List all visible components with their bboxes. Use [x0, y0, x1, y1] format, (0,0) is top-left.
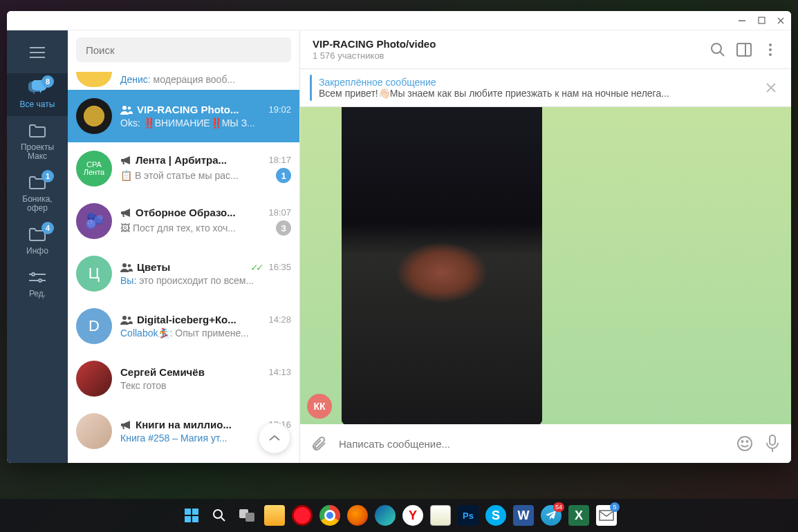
svg-rect-20 [185, 516, 191, 522]
svg-point-11 [769, 44, 772, 46]
attach-button[interactable] [310, 435, 328, 453]
start-button[interactable] [181, 505, 202, 526]
pinned-message[interactable]: Закреплённое сообщение Всем привет!👋🏻Мы … [300, 69, 791, 107]
group-icon [120, 314, 133, 325]
opera-icon[interactable] [292, 505, 313, 526]
unread-badge: 3 [276, 220, 291, 236]
svg-point-6 [128, 264, 131, 267]
svg-point-2 [39, 279, 41, 282]
firefox-icon[interactable] [347, 505, 368, 526]
chat-item[interactable]: CPAЛента Лента | Арбитра... 18:17 📋 В эт… [68, 142, 299, 195]
chat-time: 14:28 [268, 314, 291, 325]
group-icon [120, 104, 133, 115]
search-input[interactable] [76, 37, 291, 62]
edge-icon[interactable] [375, 505, 396, 526]
sender-avatar[interactable]: КК [307, 394, 332, 419]
chat-preview: 🖼 Пост для тех, кто хоч... [120, 222, 272, 234]
chat-time: 18:07 [268, 207, 291, 218]
chat-list: Денис: модерация вооб.... V.I.P. VIP-RAC… [68, 30, 300, 463]
chat-title: Лента | Арбитра... [120, 154, 264, 166]
video-message[interactable] [342, 107, 542, 424]
desktop: 8 Все чаты Проекты Макс 1 Боника, офер 4… [0, 0, 798, 532]
svg-rect-21 [192, 516, 198, 522]
telegram-window: 8 Все чаты Проекты Макс 1 Боника, офер 4… [7, 11, 791, 463]
chat-preview: Текс готов [120, 380, 291, 391]
video-thumbnail [342, 107, 542, 424]
svg-point-5 [122, 263, 127, 267]
rail-all-chats[interactable]: 8 Все чаты [7, 73, 68, 116]
chat-preview: Вы: это происходит по всем... [120, 275, 291, 286]
chat-time: 18:17 [268, 155, 291, 165]
rail-bonika[interactable]: 1 Боника, офер [7, 168, 68, 220]
rail-label: Проекты Макс [21, 143, 54, 161]
svg-rect-18 [185, 509, 191, 515]
svg-rect-25 [600, 511, 613, 520]
more-menu-button[interactable] [762, 41, 779, 58]
chats-scroll[interactable]: Денис: модерация вооб.... V.I.P. VIP-RAC… [68, 69, 299, 463]
chat-preview: Денис: модерация вооб... [120, 74, 272, 85]
svg-rect-17 [770, 435, 775, 445]
chat-header-title: VIP-RACING Photo/video [313, 38, 700, 50]
rail-label: Все чаты [20, 100, 55, 109]
avatar: V.I.P. [76, 98, 112, 134]
chat-item[interactable]: 🫐 Отборное Образо... 18:07 🖼 Пост для те… [68, 195, 299, 247]
chat-header[interactable]: VIP-RACING Photo/video 1 576 участников [300, 30, 791, 69]
explorer-icon[interactable] [264, 505, 285, 526]
notepad-icon[interactable] [430, 505, 451, 526]
voice-button[interactable] [763, 435, 781, 453]
svg-rect-10 [737, 44, 751, 56]
photoshop-icon[interactable]: Ps [458, 505, 479, 526]
task-view-button[interactable] [236, 505, 257, 526]
skype-icon[interactable]: S [485, 505, 506, 526]
rail-label: Инфо [26, 247, 48, 256]
message-input[interactable] [337, 437, 726, 450]
folders-rail: 8 Все чаты Проекты Макс 1 Боника, офер 4… [7, 30, 68, 463]
word-icon[interactable]: W [513, 505, 534, 526]
chrome-icon[interactable] [319, 505, 340, 526]
chat-item-selected[interactable]: V.I.P. VIP-RACING Photo... 19:02 Oks: ‼️… [68, 90, 299, 142]
scroll-up-button[interactable] [259, 423, 290, 453]
rail-projects[interactable]: Проекты Макс [7, 116, 68, 168]
pinned-indicator [310, 75, 312, 101]
svg-point-8 [128, 316, 131, 320]
svg-point-1 [32, 273, 35, 276]
chat-time: 19:02 [268, 104, 291, 115]
emoji-button[interactable] [736, 435, 754, 453]
unread-badge: 1 [276, 168, 291, 183]
chat-item[interactable]: Сергей Семичёв 14:13 Текс готов [68, 352, 299, 405]
chat-header-subtitle: 1 576 участников [313, 50, 700, 61]
minimize-button[interactable] [737, 16, 747, 26]
excel-icon[interactable]: X [568, 505, 589, 526]
chat-time: 14:13 [268, 367, 291, 377]
rail-edit[interactable]: Ред. [7, 263, 68, 305]
close-button[interactable] [776, 16, 786, 26]
menu-button[interactable] [24, 39, 51, 66]
maximize-button[interactable] [757, 16, 766, 26]
svg-point-12 [769, 48, 772, 51]
rail-label: Ред. [29, 289, 46, 298]
megaphone-icon [120, 155, 131, 166]
svg-point-14 [738, 437, 752, 450]
search-in-chat-button[interactable] [709, 41, 726, 58]
chat-item[interactable]: D Digital-iceberg+Ко... 14:28 Collabok🏂:… [68, 300, 299, 352]
taskbar[interactable]: Y Ps S W 54 X 5 [0, 499, 798, 532]
messages-area[interactable]: КК [300, 107, 791, 424]
svg-point-9 [712, 44, 721, 53]
avatar [76, 72, 112, 87]
rail-info[interactable]: 4 Инфо [7, 220, 68, 263]
taskbar-badge: 5 [610, 502, 620, 512]
mail-icon[interactable]: 5 [596, 505, 617, 526]
chat-title: Отборное Образо... [120, 207, 264, 218]
yandex-icon[interactable]: Y [402, 505, 423, 526]
avatar [76, 413, 112, 449]
search-container [68, 30, 299, 69]
pinned-close-button[interactable] [761, 77, 781, 98]
chat-title: Digital-iceberg+Ко... [120, 314, 264, 325]
sidebar-toggle-button[interactable] [736, 41, 752, 58]
chat-title: Сергей Семичёв [120, 366, 264, 378]
telegram-icon[interactable]: 54 [541, 505, 562, 526]
chat-item[interactable]: Денис: модерация вооб.... [68, 69, 299, 90]
svg-rect-19 [192, 509, 198, 515]
search-taskbar-button[interactable] [209, 505, 230, 526]
chat-item[interactable]: Ц Цветы ✓✓ 16:35 Вы: это происходит по в… [68, 247, 299, 300]
